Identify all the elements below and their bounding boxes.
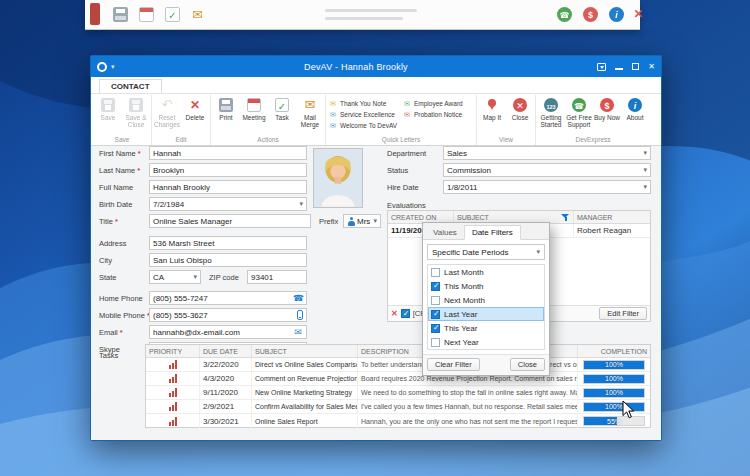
maximize-button[interactable] (632, 63, 639, 70)
chevron-down-icon[interactable]: ▾ (193, 273, 197, 281)
city-field[interactable]: San Luis Obispo (149, 253, 307, 267)
prefix-value: Mrs (357, 217, 371, 226)
titlebar[interactable]: ▾ DevAV - Hannah Brookly ✕ (91, 56, 661, 77)
chevron-down-icon[interactable]: ▾ (373, 217, 377, 225)
map-it-button[interactable]: Map It (478, 95, 506, 121)
quick-letter-service-excellence[interactable]: Service Excellence (327, 109, 401, 120)
mail-merge-button[interactable]: Mail Merge (296, 95, 324, 128)
column-header-subject[interactable]: SUBJECT (252, 345, 358, 357)
mail-icon[interactable] (293, 326, 303, 338)
date-filter-popup: Values Date Filters Specific Date Period… (422, 222, 550, 376)
task-icon (275, 98, 289, 112)
mobile-phone-icon[interactable] (297, 310, 303, 320)
chevron-down-icon[interactable]: ▾ (643, 149, 647, 157)
checkbox[interactable] (431, 310, 440, 319)
task-button[interactable]: Task (268, 95, 296, 121)
save-and-close-button[interactable]: Save & Close (122, 95, 150, 128)
option-last-month[interactable]: Last Month (428, 265, 544, 279)
column-header-due-date[interactable]: DUE DATE (200, 345, 252, 357)
save-icon (101, 98, 115, 112)
quick-letter-thank-you[interactable]: Thank You Note (327, 98, 401, 109)
remove-filter-icon[interactable]: ✕ (391, 309, 398, 318)
mobile-phone-field[interactable]: (805) 555-3627 (149, 308, 307, 322)
birth-date-field[interactable]: 7/2/1984▾ (149, 197, 307, 211)
filter-enabled-checkbox[interactable] (401, 309, 410, 318)
hire-date-field[interactable]: 1/8/2011▾ (443, 180, 651, 194)
checkbox[interactable] (431, 282, 440, 291)
quick-letter-employee-award[interactable]: Employee Award (401, 98, 475, 109)
ribbon-options-icon[interactable] (597, 63, 606, 71)
period-mode-dropdown[interactable]: Specific Date Periods ▾ (427, 244, 545, 260)
getting-started-button[interactable]: Getting Started (537, 95, 565, 128)
title-field[interactable]: Online Sales Manager (149, 214, 311, 228)
background-window-ribbon[interactable] (85, 0, 640, 30)
button-label: Delete (186, 114, 205, 121)
column-header-priority[interactable]: PRIORITY (146, 345, 200, 357)
prefix-field[interactable]: Mrs▾ (343, 214, 381, 228)
minimize-button[interactable] (615, 64, 623, 70)
chevron-down-icon[interactable]: ▾ (299, 200, 303, 208)
task-row[interactable]: 3/30/2021 Online Sales Report Hannah, yo… (146, 414, 650, 428)
chevron-down-icon[interactable]: ▾ (643, 166, 647, 174)
status-field[interactable]: Commission▾ (443, 163, 651, 177)
option-this-month[interactable]: This Month (428, 279, 544, 293)
save-button[interactable]: Save (94, 95, 122, 121)
progress-label: 55% (584, 417, 644, 425)
status-label: Status (387, 166, 408, 175)
department-field[interactable]: Sales▾ (443, 146, 651, 160)
option-this-year[interactable]: This Year (428, 321, 544, 335)
filter-funnel-icon[interactable] (561, 213, 570, 222)
email-field[interactable]: hannahb@dx-email.com (149, 325, 307, 339)
tab-values[interactable]: Values (426, 226, 464, 239)
clear-filter-button[interactable]: Clear Filter (427, 358, 480, 371)
reset-changes-button[interactable]: Reset Changes (153, 95, 181, 128)
close-view-button[interactable]: Close (506, 95, 534, 121)
chevron-down-icon[interactable]: ▾ (536, 248, 540, 256)
quick-letter-probation-notice[interactable]: Probation Notice (401, 109, 475, 120)
tab-contact[interactable]: CONTACT (99, 79, 162, 93)
column-header-manager[interactable]: MANAGER (574, 211, 650, 223)
meeting-button[interactable]: Meeting (240, 95, 268, 121)
checkbox[interactable] (431, 338, 440, 347)
tasks-grid: PRIORITY DUE DATE SUBJECT DESCRIPTION CO… (145, 344, 651, 428)
zip-label: ZIP code (209, 273, 239, 282)
last-name-field[interactable]: Brooklyn (149, 163, 307, 177)
column-header-completion[interactable]: COMPLETION (578, 345, 650, 357)
task-row[interactable]: 2/9/2021 Confirm Availability for Sales … (146, 400, 650, 414)
task-row[interactable]: 9/11/2020 New Online Marketing Strategy … (146, 386, 650, 400)
chevron-down-icon[interactable]: ▾ (643, 183, 647, 191)
tab-date-filters[interactable]: Date Filters (464, 225, 521, 240)
close-button[interactable]: ✕ (648, 62, 655, 72)
checkbox[interactable] (431, 296, 440, 305)
subject-cell: Confirm Availability for Sales Meeting (252, 400, 358, 413)
subject-cell: Online Sales Report (252, 414, 358, 428)
quick-letter-welcome[interactable]: Welcome To DevAV (327, 120, 401, 131)
subject-cell: Direct vs Online Sales Comparison Report (252, 358, 358, 371)
full-name-field[interactable]: Hannah Brookly (149, 180, 307, 194)
edit-filter-button[interactable]: Edit Filter (599, 307, 647, 320)
close-popup-button[interactable]: Close (510, 358, 545, 371)
option-last-year[interactable]: Last Year (428, 307, 544, 321)
print-button[interactable]: Print (212, 95, 240, 121)
zip-field[interactable]: 93401 (247, 270, 307, 284)
buy-now-icon (600, 98, 614, 112)
home-phone-field[interactable]: (805) 555-7247 (149, 291, 307, 305)
address-field[interactable]: 536 Marsh Street (149, 236, 307, 250)
phone-icon[interactable] (293, 292, 303, 304)
task-row[interactable]: 3/22/2020 Direct vs Online Sales Compari… (146, 358, 650, 372)
contact-photo[interactable] (313, 148, 363, 208)
title-label: Title (99, 217, 118, 226)
buy-now-button[interactable]: Buy Now (593, 95, 621, 121)
ribbon: Save Save & Close Save Reset Changes (91, 94, 661, 146)
state-field[interactable]: CA▾ (149, 270, 201, 284)
option-next-year[interactable]: Next Year (428, 335, 544, 349)
first-name-field[interactable]: Hannah (149, 146, 307, 160)
checkbox[interactable] (431, 324, 440, 333)
ribbon-group-edit: Reset Changes Delete Edit (152, 95, 211, 145)
task-row[interactable]: 4/3/2020 Comment on Revenue Projections … (146, 372, 650, 386)
about-button[interactable]: About (621, 95, 649, 121)
delete-button[interactable]: Delete (181, 95, 209, 121)
checkbox[interactable] (431, 268, 440, 277)
get-free-support-button[interactable]: Get Free Support (565, 95, 593, 128)
option-next-month[interactable]: Next Month (428, 293, 544, 307)
